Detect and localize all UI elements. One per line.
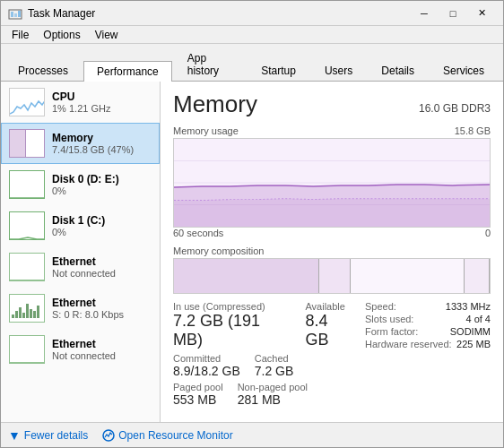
tab-startup[interactable]: Startup xyxy=(248,60,309,81)
sidebar: CPU 1% 1.21 GHz Memory 7.4/15.8 GB (47%) xyxy=(1,82,161,422)
stats-right: Speed: 1333 MHz Slots used: 4 of 4 Form … xyxy=(365,301,491,407)
sidebar-item-disk1[interactable]: Disk 1 (C:) 0% xyxy=(1,205,160,246)
stats-left: In use (Compressed) 7.2 GB (191 MB) Avai… xyxy=(173,301,354,407)
sidebar-item-disk0[interactable]: Disk 0 (D: E:) 0% xyxy=(1,164,160,205)
chart-time-row: 60 seconds 0 xyxy=(173,228,491,238)
in-use-available-row: In use (Compressed) 7.2 GB (191 MB) Avai… xyxy=(173,301,354,349)
committed-label: Committed xyxy=(173,353,240,364)
sidebar-item-memory[interactable]: Memory 7.4/15.8 GB (47%) xyxy=(1,123,160,164)
eth-bar xyxy=(15,311,18,318)
memory-label: Memory xyxy=(52,132,152,144)
comp-seg-in-use xyxy=(174,259,319,293)
in-use-block: In use (Compressed) 7.2 GB (191 MB) xyxy=(173,301,291,349)
available-label: Available xyxy=(305,301,354,312)
composition-label-row: Memory composition xyxy=(173,246,491,256)
minimize-button[interactable]: ─ xyxy=(410,4,439,22)
tab-services[interactable]: Services xyxy=(430,60,498,81)
fewer-details-link[interactable]: ▼ Fewer details xyxy=(8,428,88,443)
comp-seg-free xyxy=(351,259,465,293)
main-content: CPU 1% 1.21 GHz Memory 7.4/15.8 GB (47%) xyxy=(1,82,503,422)
composition-inner xyxy=(174,259,490,293)
ethernet3-thumbnail xyxy=(9,335,45,364)
panel-spec: 16.0 GB DDR3 xyxy=(419,102,491,115)
speed-value: 1333 MHz xyxy=(446,301,491,312)
disk0-label: Disk 0 (D: E:) xyxy=(52,173,152,185)
ethernet1-sub: Not connected xyxy=(52,268,152,279)
tab-performance[interactable]: Performance xyxy=(83,61,172,82)
tab-users[interactable]: Users xyxy=(311,60,366,81)
tab-bar: Processes Performance App history Startu… xyxy=(1,44,503,82)
menu-view[interactable]: View xyxy=(88,28,126,42)
memory-sub: 7.4/15.8 GB (47%) xyxy=(52,144,152,155)
memory-info: Memory 7.4/15.8 GB (47%) xyxy=(52,132,152,155)
title-bar: Task Manager ─ □ ✕ xyxy=(1,1,503,26)
sidebar-item-ethernet3[interactable]: Ethernet Not connected xyxy=(1,329,160,370)
usage-time: 60 seconds xyxy=(173,228,223,238)
slots-label: Slots used: xyxy=(365,314,413,324)
ethernet3-label: Ethernet xyxy=(52,338,152,350)
right-panel: Memory 16.0 GB DDR3 Memory usage 15.8 GB xyxy=(161,82,503,422)
usage-max: 15.8 GB xyxy=(455,125,491,136)
cpu-info: CPU 1% 1.21 GHz xyxy=(52,90,152,114)
memory-thumbnail xyxy=(9,129,45,158)
non-paged-pool-label: Non-paged pool xyxy=(238,382,308,392)
hw-reserved-value: 225 MB xyxy=(456,339,491,349)
composition-chart-section: Memory composition xyxy=(173,246,491,294)
cached-block: Cached 7.2 GB xyxy=(255,353,294,378)
cpu-thumbnail xyxy=(9,88,45,116)
available-block: Available 8.4 GB xyxy=(305,301,354,349)
eth-bar xyxy=(22,313,25,318)
open-resource-monitor-link[interactable]: Open Resource Monitor xyxy=(102,429,232,442)
form-label: Form factor: xyxy=(365,326,418,337)
hw-reserved-label: Hardware reserved: xyxy=(365,339,452,349)
committed-cached-row: Committed 8.9/18.2 GB Cached 7.2 GB xyxy=(173,353,354,378)
eth-bar xyxy=(30,309,32,318)
maximize-button[interactable]: □ xyxy=(439,4,467,22)
sidebar-item-ethernet2[interactable]: Ethernet S: 0 R: 8.0 Kbps xyxy=(1,288,160,329)
close-button[interactable]: ✕ xyxy=(467,4,496,22)
eth-bar xyxy=(19,307,22,318)
open-resource-monitor-label: Open Resource Monitor xyxy=(118,429,232,442)
panel-title: Memory xyxy=(173,90,257,118)
committed-block: Committed 8.9/18.2 GB xyxy=(173,353,240,378)
paged-pool-label: Paged pool xyxy=(173,382,223,392)
disk0-sub: 0% xyxy=(52,185,152,196)
task-manager-window: Task Manager ─ □ ✕ File Options View Pro… xyxy=(0,0,504,448)
ethernet3-sub: Not connected xyxy=(52,350,152,361)
app-icon xyxy=(8,6,22,21)
svg-rect-2 xyxy=(14,13,17,17)
tab-processes[interactable]: Processes xyxy=(4,60,82,81)
ethernet2-bars xyxy=(10,295,44,320)
fewer-details-icon: ▼ xyxy=(8,428,21,443)
eth-bar xyxy=(33,311,36,318)
ethernet1-thumbnail xyxy=(9,253,45,281)
disk1-label: Disk 1 (C:) xyxy=(52,214,152,227)
menu-file[interactable]: File xyxy=(4,28,36,42)
cached-value: 7.2 GB xyxy=(255,364,294,378)
ethernet3-info: Ethernet Not connected xyxy=(52,338,152,361)
comp-seg-standby xyxy=(319,259,351,293)
available-value: 8.4 GB xyxy=(305,312,354,349)
composition-label: Memory composition xyxy=(173,246,264,256)
sidebar-item-ethernet1[interactable]: Ethernet Not connected xyxy=(1,246,160,288)
window-title: Task Manager xyxy=(28,7,410,20)
memory-usage-svg xyxy=(174,139,490,227)
slots-value: 4 of 4 xyxy=(465,314,491,324)
paged-pool-value: 553 MB xyxy=(173,392,223,407)
svg-rect-3 xyxy=(18,11,21,17)
usage-time-right: 0 xyxy=(485,228,491,238)
svg-rect-1 xyxy=(11,12,13,17)
fewer-details-label: Fewer details xyxy=(24,429,88,442)
in-use-value: 7.2 GB (191 MB) xyxy=(173,312,291,349)
tab-details[interactable]: Details xyxy=(368,60,428,81)
tab-app-history[interactable]: App history xyxy=(174,47,247,81)
menu-options[interactable]: Options xyxy=(36,28,87,42)
svg-marker-8 xyxy=(174,199,490,227)
comp-seg-hardware xyxy=(465,259,490,293)
memory-fill xyxy=(10,130,26,157)
stats-area: In use (Compressed) 7.2 GB (191 MB) Avai… xyxy=(173,301,491,407)
resource-monitor-icon xyxy=(102,429,115,442)
sidebar-item-cpu[interactable]: CPU 1% 1.21 GHz xyxy=(1,82,160,123)
usage-label: Memory usage xyxy=(173,125,239,136)
ethernet1-label: Ethernet xyxy=(52,255,152,268)
